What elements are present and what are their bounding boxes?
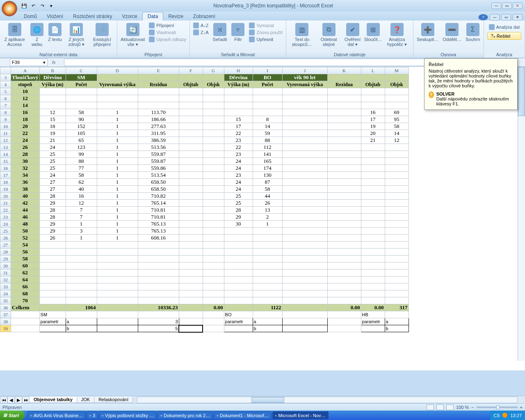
- undo-icon[interactable]: ↶: [30, 2, 37, 9]
- reapply-button[interactable]: Znovu použít: [247, 29, 284, 36]
- from-text-button[interactable]: 📄Z textu: [46, 22, 64, 43]
- taskbar-item[interactable]: ▫Dokumenty pro rok 2…: [158, 411, 213, 419]
- clear-filter-button[interactable]: Vymazat: [247, 22, 284, 29]
- app-icon: ▫: [89, 413, 91, 418]
- connections-button[interactable]: Připojení: [147, 22, 188, 29]
- zoom-in-button[interactable]: +: [520, 405, 523, 410]
- tab-zobrazeni[interactable]: Zobrazení: [188, 12, 220, 21]
- help-icon[interactable]: ?: [478, 14, 488, 21]
- advanced-icon: [249, 37, 255, 42]
- tab-data[interactable]: Data: [142, 12, 163, 21]
- ungroup-button[interactable]: ➖Oddělit…: [441, 22, 463, 43]
- group-button[interactable]: ➕Seskupit…: [415, 22, 440, 43]
- sheet-tab-bar: ⏮ ◀ ▶ ⏭ Objemové tabulky JOK Relaskopová…: [0, 396, 525, 403]
- fx-icon[interactable]: fx: [52, 60, 59, 65]
- edit-links-button[interactable]: Upravit odkazy: [147, 36, 188, 43]
- removedupes-icon: ⧉: [322, 23, 336, 36]
- texttocols-icon: ▥: [295, 23, 308, 36]
- tray-icon[interactable]: 🟠: [502, 413, 508, 418]
- solver-tooltip: Řešitel Nástroj citlivostní analýzy, kte…: [424, 58, 518, 110]
- wb-minimize-button[interactable]: —: [490, 14, 500, 21]
- taskbar-item[interactable]: ▫Výpis poštovní složky …: [99, 411, 157, 419]
- from-access-button[interactable]: 🗄Z aplikace Access: [2, 22, 27, 48]
- tab-revize[interactable]: Revize: [163, 12, 188, 21]
- save-icon[interactable]: 💾: [21, 2, 28, 9]
- validation-icon: ✔: [346, 23, 359, 36]
- group-icon: ➕: [421, 23, 434, 36]
- data-analysis-button[interactable]: Analýza dat: [487, 24, 521, 30]
- link-icon: [149, 23, 155, 28]
- consolidate-button[interactable]: ⊞Sloučit…: [365, 22, 382, 43]
- next-sheet-button[interactable]: ▶: [15, 397, 22, 403]
- system-tray[interactable]: CS 🟠 13:27: [490, 411, 525, 420]
- text-icon: 📄: [48, 23, 62, 36]
- tab-vlozeni[interactable]: Vložení: [42, 12, 68, 21]
- taskbar-item[interactable]: ▫AVG Anti-Virus Busine…: [27, 411, 86, 419]
- vertical-scrollbar[interactable]: [518, 67, 525, 361]
- spreadsheet-grid[interactable]: ABCDEFGHIJKLM3TloušťkovýDřevinaSMDřevina…: [0, 67, 525, 370]
- office-button[interactable]: [2, 1, 17, 16]
- tab-vzorce[interactable]: Vzorce: [117, 12, 142, 21]
- existing-conn-button[interactable]: 🔗Existující připojení: [89, 22, 115, 48]
- windows-taskbar: ⊞Start ▫AVG Anti-Virus Busine…▫3▫Výpis p…: [0, 411, 525, 420]
- whatif-button[interactable]: ❓Analýza hypotéz ▾: [383, 22, 411, 48]
- qat-more-icon[interactable]: ▾: [48, 2, 55, 9]
- whatif-icon: ❓: [390, 23, 404, 36]
- filter-icon: ▿: [231, 23, 244, 36]
- view-pagebreak-button[interactable]: [446, 404, 454, 410]
- first-sheet-button[interactable]: ⏮: [0, 397, 7, 403]
- taskbar-item[interactable]: ▫Dokument1 - Microsof…: [214, 411, 272, 419]
- from-web-button[interactable]: 🌐Z webu: [28, 22, 46, 48]
- wb-restore-button[interactable]: ▭: [501, 14, 511, 21]
- view-normal-button[interactable]: [427, 404, 434, 410]
- sheet-tab-jok[interactable]: JOK: [77, 397, 94, 403]
- tab-rozlozeni[interactable]: Rozložení stránky: [68, 12, 117, 21]
- subtotal-button[interactable]: ΣSouhrn: [464, 22, 482, 43]
- zoom-out-button[interactable]: −: [471, 405, 474, 410]
- filter-button[interactable]: ▿Filtr: [229, 22, 247, 43]
- group-external-data: Načíst externí data: [2, 52, 115, 58]
- taskbar-item[interactable]: ▫Microsoft Excel - Nov…: [272, 411, 329, 419]
- lang-indicator[interactable]: CS: [493, 413, 500, 418]
- data-validation-button[interactable]: ✔Ověření dat ▾: [342, 22, 364, 48]
- maximize-button[interactable]: ▭: [502, 2, 512, 9]
- app-icon: ▫: [275, 413, 277, 418]
- wb-close-button[interactable]: ✕: [513, 14, 523, 21]
- sort-az-button[interactable]: A↓Z: [192, 22, 210, 29]
- minimize-button[interactable]: —: [491, 2, 501, 9]
- existing-conn-icon: 🔗: [96, 23, 109, 36]
- sheet-tab-relaskop[interactable]: Relaskopování: [94, 397, 133, 403]
- prev-sheet-button[interactable]: ◀: [7, 397, 15, 403]
- ribbon: 🗄Z aplikace Access 🌐Z webu 📄Z textu 📊Z j…: [0, 21, 525, 58]
- app-icon: ▫: [30, 413, 32, 418]
- text-to-cols-button[interactable]: ▥Text do sloupců…: [288, 22, 316, 48]
- sort-za-button[interactable]: Z↓A: [192, 29, 210, 36]
- close-button[interactable]: ✕: [513, 2, 523, 9]
- from-other-button[interactable]: 📊Z jiných zdrojů ▾: [64, 22, 88, 48]
- taskbar-item[interactable]: ▫3: [87, 411, 98, 419]
- advanced-filter-button[interactable]: Upřesnit: [247, 36, 284, 43]
- access-icon: 🗄: [8, 23, 21, 36]
- redo-icon[interactable]: ↷: [39, 2, 46, 9]
- start-button[interactable]: ⊞Start: [0, 411, 25, 420]
- name-box[interactable]: F39▾: [10, 59, 48, 66]
- status-bar: Připraven 100 % − +: [0, 403, 525, 411]
- web-icon: 🌐: [30, 23, 43, 36]
- properties-button[interactable]: Vlastnosti: [147, 29, 188, 36]
- window-title: NovotnaPetra_3 [Režim kompatibility] - M…: [55, 3, 491, 9]
- horizontal-scrollbar[interactable]: [137, 397, 518, 403]
- refresh-all-button[interactable]: 🔄Aktualizovat vše ▾: [119, 22, 146, 48]
- properties-icon: [149, 30, 155, 35]
- last-sheet-button[interactable]: ⏭: [22, 397, 30, 403]
- tab-domu[interactable]: Domů: [19, 12, 42, 21]
- remove-dupes-button[interactable]: ⧉Odebrat stejné: [317, 22, 341, 48]
- sort-az-icon: [193, 23, 199, 28]
- view-layout-button[interactable]: [436, 404, 444, 410]
- sort-button[interactable]: ⤮Seřadit: [211, 22, 229, 43]
- sheet-tab-objemove[interactable]: Objemové tabulky: [29, 397, 77, 403]
- status-text: Připraven: [2, 405, 22, 410]
- zoom-slider[interactable]: [477, 406, 518, 408]
- group-connections: Připojení: [119, 52, 188, 58]
- subtotal-icon: Σ: [466, 23, 479, 36]
- solver-button[interactable]: ?ₐŘešitel: [487, 32, 521, 40]
